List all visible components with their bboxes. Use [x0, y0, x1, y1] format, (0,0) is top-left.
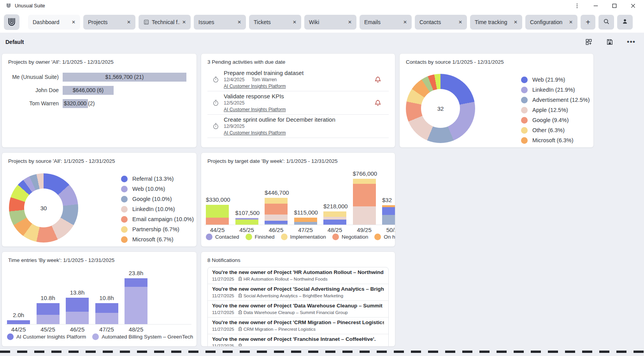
activity-item[interactable]: Validate response KPIs12/5/2025AI Custom…	[207, 91, 389, 115]
tab-close-icon[interactable]: ✕	[72, 19, 75, 25]
user-button[interactable]	[617, 15, 633, 30]
tab-close-icon[interactable]: ✕	[569, 19, 573, 25]
bar-x-label: 44/25	[4, 326, 33, 333]
bar-x-label: 45/25	[33, 326, 63, 333]
view-toolbar: Default •••	[0, 33, 644, 51]
home-logo-button[interactable]	[4, 14, 19, 30]
tab-emails[interactable]: Emails✕	[360, 15, 412, 30]
bar-value-label: 13.8h	[66, 289, 89, 296]
activity-list: Prepare model training dataset12/4/2025T…	[207, 68, 389, 138]
project-icon	[238, 276, 243, 281]
bar-value-label: 2.0h	[7, 312, 30, 318]
bar-x-label: 47/25	[92, 326, 121, 333]
owner-label: Me (Unusual Suite)	[8, 74, 63, 80]
reminder-bell-icon[interactable]	[374, 76, 382, 84]
new-tab-button[interactable]: +	[581, 15, 595, 30]
tab-close-icon[interactable]: ✕	[127, 19, 131, 25]
donut-total: 32	[421, 89, 460, 128]
tab-tickets[interactable]: Tickets✕	[249, 15, 301, 30]
bar-47-25	[95, 303, 118, 324]
legend-color-dot	[121, 226, 128, 233]
legend-item: Google (9.4%)	[521, 115, 590, 125]
owner-row: Tom Warren$320,000 (2)	[8, 97, 190, 110]
notification-item[interactable]: You're the new owner of Project 'CRM Mig…	[208, 318, 388, 334]
legend-color-dot	[246, 234, 252, 240]
tab-close-icon[interactable]: ✕	[458, 19, 462, 25]
notification-project: CRM Migration – Pinecrest Logistics	[244, 327, 316, 332]
activity-owner: Tom Warren	[251, 77, 277, 82]
activity-project-link[interactable]: AI Customer Insights Platform	[224, 84, 286, 89]
legend-item: Partnership (6.7%)	[121, 224, 194, 234]
tab-dashboard[interactable]: Dashboard✕	[28, 15, 80, 30]
tab-label: Dashboard	[33, 19, 69, 25]
window-maximize-icon[interactable]	[611, 3, 618, 9]
notification-date: 11/27/2025	[212, 344, 234, 347]
legend-label: Google (9.4%)	[532, 117, 569, 123]
activity-project-link[interactable]: AI Customer Insights Platform	[224, 130, 286, 136]
legend-color-dot	[521, 97, 528, 103]
bar-segment	[235, 220, 258, 225]
tab-contacts[interactable]: Contacts✕	[415, 15, 467, 30]
save-dashboard-icon[interactable]	[606, 38, 614, 46]
legend-item: Google (10.0%)	[121, 194, 194, 204]
legend-color-dot	[206, 234, 212, 240]
bar-segment	[382, 215, 395, 225]
legend-item: Negotiation	[332, 234, 368, 240]
legend-item: Email campaign (10.0%)	[121, 214, 194, 224]
notification-item[interactable]: You're the new owner of Project 'Franchi…	[208, 334, 388, 347]
tab-close-icon[interactable]: ✕	[182, 19, 186, 25]
projects-source-donut-chart: 30	[9, 173, 78, 243]
bar-value-label: $446,700	[265, 189, 288, 196]
tab-label: Projects	[88, 19, 125, 25]
window-menu-icon[interactable]	[574, 3, 580, 9]
notification-title: You're the new owner of Project 'CRM Mig…	[212, 319, 384, 325]
search-button[interactable]	[598, 15, 614, 30]
tab-close-icon[interactable]: ✕	[293, 19, 297, 25]
tab-close-icon[interactable]: ✕	[514, 19, 518, 25]
notification-project: Data Warehouse Cleanup – Summit Financia…	[244, 310, 348, 315]
bottom-dashed-strip	[0, 351, 644, 353]
bar-segment	[323, 217, 346, 220]
activity-item[interactable]: Prepare model training dataset12/4/2025T…	[207, 68, 389, 91]
notification-item[interactable]: You're the new owner of Project 'Social …	[208, 284, 388, 301]
owner-bar-value: $320,000 (2)	[63, 100, 96, 106]
chart-legend: ContactedFinishedImplementationNegotiati…	[206, 234, 395, 240]
bar-x-label: 47/25	[291, 227, 320, 233]
tab-time-tracking[interactable]: Time tracking✕	[470, 15, 522, 30]
legend-label: Advertisement (12.5%)	[532, 97, 590, 103]
tab-close-icon[interactable]: ✕	[348, 19, 352, 25]
tab-close-icon[interactable]: ✕	[403, 19, 407, 25]
project-icon	[238, 326, 243, 332]
legend-label: Negotiation	[342, 234, 368, 240]
more-options-icon[interactable]: •••	[627, 40, 635, 44]
tab-configuration[interactable]: Configuration✕	[525, 15, 577, 30]
activity-item[interactable]: Create sprint outline for December itera…	[207, 115, 389, 138]
bar-47-25	[294, 218, 317, 225]
tab-issues[interactable]: Issues✕	[194, 15, 246, 30]
widget-title: Projects by owner 'All': 1/1/2025 - 12/3…	[8, 59, 190, 65]
window-close-icon[interactable]	[630, 3, 636, 9]
app-title: Unusual Suite	[15, 3, 45, 9]
notification-item[interactable]: You're the new owner of Project 'HR Auto…	[208, 267, 388, 284]
tab-wiki[interactable]: Wiki✕	[304, 15, 356, 30]
tab-projects[interactable]: Projects✕	[83, 15, 135, 30]
tab-technical-f[interactable]: Technical f...✕	[139, 15, 191, 30]
notification-item[interactable]: You're the new owner of Project 'Data Wa…	[208, 301, 388, 318]
legend-item: Referral (13.3%)	[121, 174, 194, 184]
owner-bar: $1,569,700 (21)	[63, 73, 186, 82]
tab-close-icon[interactable]: ✕	[237, 19, 241, 25]
bar-x-label: 50/25	[379, 227, 395, 233]
legend-color-dot	[521, 77, 528, 83]
contacts-legend: Web (21.9%)LinkedIn (21.9%)Advertisement…	[521, 75, 590, 145]
notification-title: You're the new owner of Project 'Data Wa…	[212, 303, 384, 309]
widget-projects-by-owner: Projects by owner 'All': 1/1/2025 - 12/3…	[2, 53, 197, 148]
activity-name: Create sprint outline for December itera…	[224, 116, 367, 123]
reminder-bell-icon[interactable]	[374, 99, 382, 107]
activity-project-link[interactable]: AI Customer Insights Platform	[224, 107, 286, 112]
widget-pending-activities: 3 Pending activities with due date Prepa…	[201, 53, 395, 148]
window-minimize-icon[interactable]	[593, 3, 599, 9]
legend-color-dot	[521, 87, 528, 93]
add-widget-icon[interactable]	[585, 38, 593, 46]
legend-label: Google (10.0%)	[132, 196, 172, 202]
search-icon	[603, 18, 610, 27]
